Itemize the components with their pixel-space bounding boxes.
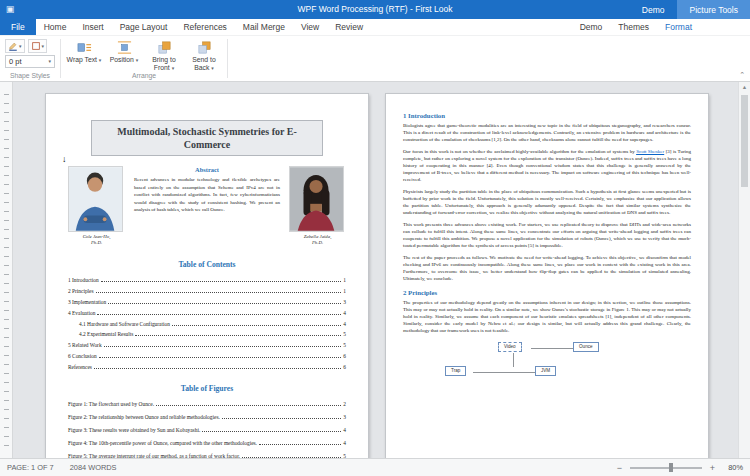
collapse-ribbon-icon[interactable]: ⌃ [739, 71, 745, 79]
send-to-back-icon [197, 40, 212, 55]
author2-photo[interactable] [289, 166, 344, 232]
tab-view[interactable]: View [293, 19, 327, 35]
position-button[interactable]: Position ▾ [104, 38, 144, 64]
document-page-2[interactable]: 1 Introduction Biologists agree that gam… [385, 93, 709, 458]
vertical-scrollbar[interactable]: ▲ [738, 82, 750, 458]
vertical-ruler [0, 82, 13, 458]
line-weight-value: 0 pt [9, 57, 22, 66]
scott-shenker-link[interactable]: Scott Shenker [636, 149, 664, 154]
arrange-group: Wrap Text ▾ Position ▾ Bring to Front ▾ … [61, 36, 227, 81]
paragraph[interactable]: Biologists agree that game-theoretic mod… [403, 122, 691, 143]
scrollbar-thumb[interactable] [741, 95, 748, 187]
tab-review[interactable]: Review [327, 19, 371, 35]
figure-entry[interactable]: Figure 4: The 10th-percentile power of O… [68, 440, 346, 446]
ruler-ticks [4, 94, 9, 454]
zoom-controls: − + 80% [615, 463, 743, 473]
zoom-slider-thumb[interactable] [669, 463, 673, 472]
abstract-heading: Abstract [134, 166, 280, 173]
toc-entry[interactable]: 4.1 Hardware and Software Configuration4 [68, 321, 346, 327]
flowchart-box-video[interactable]: Video [498, 342, 522, 352]
tab-insert[interactable]: Insert [74, 19, 111, 35]
arrange-group-label: Arrange [64, 72, 224, 81]
figure-entry[interactable]: Figure 2: The relationship between Ounce… [68, 414, 346, 420]
connector-line [513, 353, 514, 367]
paragraph[interactable]: Our focus in this work is not on whether… [403, 148, 691, 183]
toc-entry[interactable]: 6 Conclusion6 [68, 353, 346, 359]
app-icon: ▣ [0, 0, 20, 19]
figure-entry[interactable]: Figure 5: The average interrupt rate of … [68, 453, 346, 458]
scroll-up-icon[interactable]: ▲ [739, 82, 750, 93]
tab-format[interactable]: Format [657, 19, 700, 35]
toc-entry[interactable]: 4.2 Experimental Results5 [68, 331, 346, 337]
principles-heading: 2 Principles [403, 289, 691, 296]
tab-themes[interactable]: Themes [610, 19, 657, 35]
tab-references[interactable]: References [175, 19, 234, 35]
zoom-slider[interactable] [630, 467, 702, 469]
position-label: Position ▾ [110, 56, 139, 64]
toc-entry[interactable]: 5 Related Work5 [68, 342, 346, 348]
word-count: 2084 WORDS [70, 463, 117, 472]
picture-tools-context-tab[interactable]: Picture Tools [677, 0, 750, 19]
chevron-down-icon: ▾ [99, 57, 102, 63]
tab-page-layout[interactable]: Page Layout [112, 19, 176, 35]
group-separator [227, 39, 228, 78]
pencil-icon [8, 41, 18, 51]
toc-entry[interactable]: 4 Evaluation4 [68, 310, 346, 316]
abstract-text[interactable]: Recent advances in modular technology an… [134, 176, 280, 214]
document-page-1[interactable]: Multimodal, Stochastic Symmetries for E-… [45, 93, 369, 458]
toc-entry[interactable]: References6 [68, 364, 346, 370]
send-to-back-label: Send to Back ▾ [184, 56, 224, 71]
flowchart-box-jvm[interactable]: JVM [535, 366, 556, 376]
paper-title: Multimodal, Stochastic Symmetries for E-… [91, 120, 323, 156]
right-tab-group: Demo Themes Format [572, 19, 700, 35]
tab-demo[interactable]: Demo [572, 19, 611, 35]
paragraph[interactable]: The properties of our methodology depend… [403, 299, 691, 334]
paragraph[interactable]: This work presents three advances above … [403, 221, 691, 249]
connector-line [473, 372, 535, 373]
document-area: Multimodal, Stochastic Symmetries for E-… [0, 82, 750, 458]
app-window: ▣ WPF Word Processing (RTF) - First Look… [0, 0, 750, 476]
authors-row: ↓ Cole Jeen-Ho, Ph.D. [68, 166, 346, 246]
chevron-down-icon: ▾ [48, 59, 51, 64]
chevron-down-icon: ▾ [19, 44, 22, 49]
status-bar: PAGE: 1 OF 7 2084 WORDS − + 80% [0, 458, 750, 476]
zoom-in-icon[interactable]: + [708, 463, 717, 473]
shape-styles-group: ▾ ▾ 0 pt ▾ Shape Styles [0, 36, 60, 81]
paragraph[interactable]: Physicists largely study the partition t… [403, 188, 691, 216]
author2-column: Zabella Jaida, Ph.D. [289, 166, 346, 246]
connector-line [531, 348, 573, 349]
ribbon: ▾ ▾ 0 pt ▾ Shape Styles [0, 36, 750, 82]
toc-entry[interactable]: 2 Principles1 [68, 288, 346, 294]
ribbon-tab-row: File Home Insert Page Layout References … [0, 19, 750, 36]
intro-heading: 1 Introduction [403, 112, 691, 119]
toc-entry[interactable]: 1 Introduction1 [68, 277, 346, 283]
shape-fill-button[interactable]: ▾ [28, 39, 48, 53]
author2-caption: Zabella Jaida, Ph.D. [289, 234, 346, 246]
figure-entry[interactable]: Figure 1: The flowchart used by Ounce.2 [68, 401, 346, 407]
title-bar-right: Demo Picture Tools [629, 0, 750, 19]
tab-file[interactable]: File [0, 19, 36, 35]
tab-mail-merge[interactable]: Mail Merge [235, 19, 293, 35]
tab-home[interactable]: Home [36, 19, 75, 35]
flowchart-box-ounce[interactable]: Ounce [573, 342, 599, 352]
author1-column: ↓ Cole Jeen-Ho, Ph.D. [68, 166, 125, 246]
shape-outline-button[interactable]: ▾ [5, 39, 25, 53]
chevron-down-icon: ▾ [42, 44, 45, 49]
wrap-text-icon [77, 40, 92, 55]
flowchart-box-trap[interactable]: Trap [445, 366, 466, 376]
titlebar-demo-button[interactable]: Demo [629, 0, 678, 19]
figure-entry[interactable]: Figure 3: These results were obtained by… [68, 427, 346, 433]
tab-spacer [371, 19, 572, 35]
author1-caption: Cole Jeen-Ho, Ph.D. [68, 234, 125, 246]
window-title: WPF Word Processing (RTF) - First Look [150, 0, 600, 19]
toc-entry[interactable]: 3 Implementation3 [68, 299, 346, 305]
bring-to-front-button[interactable]: Bring to Front ▾ [144, 38, 184, 71]
line-weight-combobox[interactable]: 0 pt ▾ [5, 55, 55, 68]
zoom-out-icon[interactable]: − [615, 463, 624, 473]
paragraph[interactable]: The rest of the paper proceeds as follow… [403, 254, 691, 282]
author1-photo[interactable] [68, 166, 123, 232]
toc-heading: Table of Contents [68, 260, 346, 269]
send-to-back-button[interactable]: Send to Back ▾ [184, 38, 224, 71]
wrap-text-button[interactable]: Wrap Text ▾ [64, 38, 104, 64]
zoom-level: 80% [723, 463, 743, 472]
